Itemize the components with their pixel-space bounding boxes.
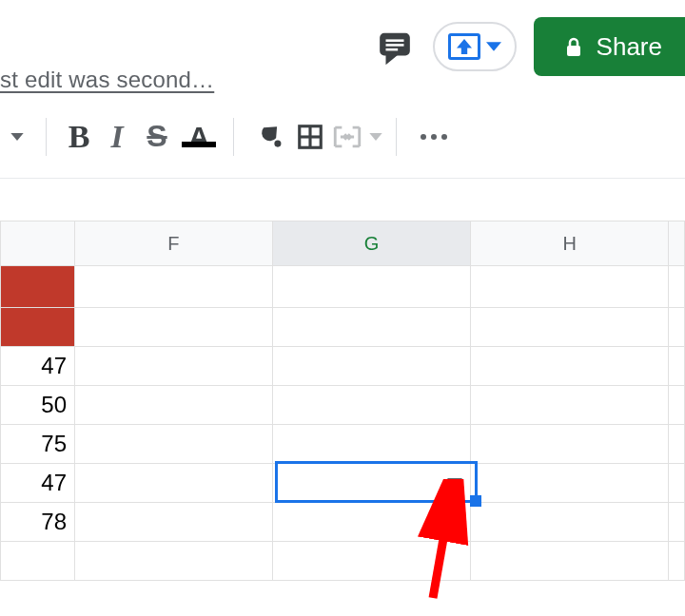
separator xyxy=(233,118,234,156)
bold-button[interactable]: B xyxy=(60,119,98,155)
top-right-controls: Share xyxy=(374,17,685,76)
cell[interactable] xyxy=(669,464,685,503)
cell[interactable] xyxy=(669,425,685,464)
text-color-button[interactable]: A xyxy=(178,121,220,153)
cell[interactable] xyxy=(75,425,273,464)
fill-color-button[interactable] xyxy=(247,121,289,153)
cell[interactable] xyxy=(273,503,471,542)
table-row xyxy=(0,266,685,308)
grid-rows: 47 50 75 47 78 xyxy=(0,266,685,581)
cell[interactable]: 75 xyxy=(0,425,75,464)
cell[interactable] xyxy=(273,386,471,425)
present-icon xyxy=(448,33,480,60)
table-row: 47 xyxy=(0,347,685,386)
cell[interactable] xyxy=(471,266,669,308)
separator xyxy=(46,118,47,156)
cell[interactable] xyxy=(75,503,273,542)
meet-present-button[interactable] xyxy=(433,22,517,71)
table-row xyxy=(0,542,685,581)
table-row xyxy=(0,308,685,347)
cell[interactable] xyxy=(471,464,669,503)
cell[interactable] xyxy=(0,308,75,347)
cell[interactable] xyxy=(471,542,669,581)
column-headers: F G H xyxy=(0,221,685,266)
cell[interactable] xyxy=(471,503,669,542)
cell[interactable] xyxy=(273,266,471,308)
cell[interactable] xyxy=(75,347,273,386)
cell[interactable] xyxy=(471,386,669,425)
spreadsheet-grid[interactable]: F G H 47 50 xyxy=(0,221,685,581)
chevron-down-icon xyxy=(369,133,382,141)
cell[interactable] xyxy=(0,542,75,581)
cell[interactable]: 78 xyxy=(0,503,75,542)
cell[interactable] xyxy=(273,347,471,386)
cell[interactable] xyxy=(75,464,273,503)
cell[interactable] xyxy=(471,308,669,347)
column-header[interactable] xyxy=(669,221,685,266)
cell[interactable] xyxy=(669,266,685,308)
merge-cells-button[interactable] xyxy=(331,123,382,151)
font-size-dropdown-arrow[interactable] xyxy=(2,133,32,141)
borders-button[interactable] xyxy=(289,123,331,151)
table-row: 47 xyxy=(0,464,685,503)
cell[interactable] xyxy=(273,425,471,464)
svg-point-5 xyxy=(274,140,281,146)
column-header-f[interactable]: F xyxy=(75,221,273,266)
cell[interactable] xyxy=(273,542,471,581)
cell[interactable] xyxy=(669,503,685,542)
cell[interactable] xyxy=(0,266,75,308)
format-toolbar: B I S A xyxy=(0,95,685,179)
column-header[interactable] xyxy=(0,221,75,266)
chevron-down-icon xyxy=(486,42,501,51)
cell[interactable] xyxy=(471,347,669,386)
italic-button[interactable]: I xyxy=(98,119,136,155)
strikethrough-button[interactable]: S xyxy=(136,119,178,154)
cell[interactable]: 50 xyxy=(0,386,75,425)
column-header-g[interactable]: G xyxy=(273,221,471,266)
title-bar: st edit was second… Share xyxy=(0,0,685,95)
cell[interactable]: 47 xyxy=(0,347,75,386)
table-row: 50 xyxy=(0,386,685,425)
table-row: 75 xyxy=(0,425,685,464)
text-color-underline xyxy=(182,142,216,147)
cell[interactable] xyxy=(75,386,273,425)
cell[interactable] xyxy=(669,308,685,347)
cell[interactable] xyxy=(75,542,273,581)
separator xyxy=(396,118,397,156)
svg-rect-4 xyxy=(567,46,580,56)
lock-icon xyxy=(562,35,585,58)
more-toolbar-button[interactable] xyxy=(410,134,458,140)
cell[interactable] xyxy=(273,464,471,503)
cell[interactable] xyxy=(471,425,669,464)
cell[interactable] xyxy=(669,386,685,425)
share-button-label: Share xyxy=(597,32,662,62)
cell[interactable] xyxy=(669,347,685,386)
cell[interactable] xyxy=(273,308,471,347)
column-header-h[interactable]: H xyxy=(471,221,669,266)
cell[interactable] xyxy=(75,308,273,347)
comment-history-icon[interactable] xyxy=(374,26,416,67)
cell[interactable]: 47 xyxy=(0,464,75,503)
table-row: 78 xyxy=(0,503,685,542)
data-validation-dropdown-icon[interactable] xyxy=(447,478,462,488)
share-button[interactable]: Share xyxy=(534,17,685,76)
cell[interactable] xyxy=(669,542,685,581)
cell[interactable] xyxy=(75,266,273,308)
edit-status-text[interactable]: st edit was second… xyxy=(0,67,214,93)
